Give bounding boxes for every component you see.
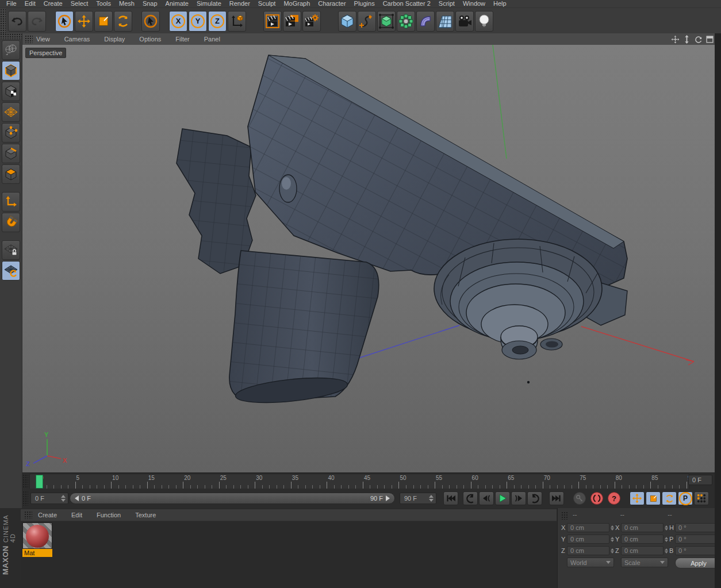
viewport-pan-icon[interactable]: [671, 35, 680, 44]
enable-axis-button[interactable]: [2, 192, 20, 212]
menubar-item[interactable]: Plugins: [350, 0, 379, 7]
render-settings-button[interactable]: [302, 11, 321, 32]
timeline-ruler[interactable]: 051015202530354045505560657075808590: [29, 474, 689, 490]
keyframe-parameter-button[interactable]: P: [678, 491, 693, 505]
move-tool-button[interactable]: [75, 11, 93, 32]
undo-button[interactable]: [8, 11, 26, 32]
previous-key-button[interactable]: [463, 491, 478, 505]
current-frame-box[interactable]: 0 F: [688, 475, 712, 485]
record-key-button[interactable]: [573, 492, 586, 505]
viewport-rotate-icon[interactable]: [694, 35, 703, 44]
workplane-mode-button[interactable]: [2, 102, 20, 122]
menubar-item[interactable]: Select: [67, 0, 93, 7]
material-preview-sphere[interactable]: [22, 522, 52, 549]
coordinates-dropdown[interactable]: Scale: [621, 558, 668, 567]
polygons-mode-button[interactable]: [2, 164, 20, 184]
viewport-menu-grip[interactable]: [25, 35, 33, 43]
coordinate-stepper-icon[interactable]: [665, 525, 668, 531]
range-right-arrow-icon[interactable]: [386, 495, 390, 501]
menubar-item[interactable]: Mesh: [115, 0, 139, 7]
apply-button[interactable]: Apply: [675, 558, 721, 568]
end-frame-field[interactable]: 90 F: [400, 493, 436, 504]
coordinate-field[interactable]: 0 cm: [621, 523, 664, 532]
coordinate-stepper-icon[interactable]: [665, 548, 668, 554]
materials-menu-item[interactable]: Texture: [135, 512, 163, 518]
preview-range-slider[interactable]: 0 F 90 F: [70, 493, 395, 504]
snap-button[interactable]: [2, 213, 20, 232]
points-mode-button[interactable]: [2, 123, 20, 143]
menubar-item[interactable]: Animate: [162, 0, 193, 7]
menubar-item[interactable]: Help: [489, 0, 511, 7]
light-button[interactable]: [475, 11, 493, 32]
edges-mode-button[interactable]: [2, 144, 20, 163]
subdivision-surface-button[interactable]: [377, 11, 396, 32]
range-left-arrow-icon[interactable]: [75, 495, 79, 501]
lock-workplane-button[interactable]: [2, 240, 20, 260]
menubar-item[interactable]: Script: [435, 0, 459, 7]
coordinate-field[interactable]: 0 cm: [621, 546, 664, 555]
add-cube-primitive-button[interactable]: [338, 11, 356, 32]
keyframe-rotation-button[interactable]: [662, 491, 677, 505]
goto-start-button[interactable]: [443, 491, 458, 505]
coordinate-field[interactable]: 0 cm: [567, 523, 609, 532]
coordinate-stepper-icon[interactable]: [611, 525, 614, 531]
viewport-canvas[interactable]: Y X Z Perspective: [22, 45, 715, 472]
viewport-menu-item[interactable]: Cameras: [64, 36, 98, 43]
menubar-item[interactable]: Character: [314, 0, 350, 7]
menubar-item[interactable]: Sculpt: [254, 0, 280, 7]
scale-tool-button[interactable]: [94, 11, 113, 32]
coordinate-field[interactable]: 0 cm: [567, 535, 609, 544]
deformer-button[interactable]: [416, 11, 435, 32]
array-modeling-button[interactable]: [397, 11, 415, 32]
transport-grip[interactable]: [22, 491, 28, 506]
redo-button[interactable]: [28, 11, 46, 32]
coordinates-grip[interactable]: [561, 512, 568, 520]
autokey-button[interactable]: [590, 492, 603, 505]
viewport-toggle-icon[interactable]: [706, 36, 714, 43]
model-mode-button[interactable]: [2, 61, 20, 80]
previous-frame-button[interactable]: [479, 491, 494, 505]
selection-tool-button[interactable]: [141, 11, 160, 32]
menubar-item[interactable]: File: [2, 0, 21, 7]
coordinates-dropdown[interactable]: World: [567, 558, 614, 567]
next-key-button[interactable]: [527, 491, 542, 505]
menubar-item[interactable]: Create: [40, 0, 67, 7]
frame-stepper-icon[interactable]: [61, 495, 66, 502]
coordinate-system-button[interactable]: [228, 11, 246, 32]
viewport-menu-item[interactable]: Panel: [204, 36, 228, 43]
menubar-item[interactable]: MoGraph: [279, 0, 314, 7]
rotate-tool-button[interactable]: [114, 11, 132, 32]
menubar-item[interactable]: Simulate: [193, 0, 225, 7]
menubar-item[interactable]: Carbon Scatter 2: [379, 0, 435, 7]
menubar-item[interactable]: Edit: [21, 0, 40, 7]
coordinate-field[interactable]: 0 °: [675, 523, 721, 532]
menubar-item[interactable]: Tools: [92, 0, 115, 7]
next-frame-button[interactable]: [511, 491, 526, 505]
texture-mode-button[interactable]: [2, 82, 20, 101]
materials-menu-item[interactable]: Create: [38, 512, 64, 518]
render-to-picture-viewer-button[interactable]: [283, 11, 301, 32]
camera-label[interactable]: Perspective: [25, 48, 66, 58]
timeline-playhead[interactable]: [36, 475, 43, 489]
materials-grip[interactable]: [24, 511, 32, 519]
coordinate-field[interactable]: 0 cm: [621, 535, 664, 544]
material-item[interactable]: Mat: [22, 522, 52, 557]
viewport-menu-item[interactable]: Display: [104, 36, 132, 43]
materials-area[interactable]: Mat: [21, 521, 557, 588]
coordinate-stepper-icon[interactable]: [611, 537, 614, 542]
coordinate-stepper-icon[interactable]: [665, 537, 668, 542]
coordinate-field[interactable]: 0 cm: [567, 546, 609, 555]
menubar-item[interactable]: Render: [225, 0, 254, 7]
goto-end-button[interactable]: [549, 491, 564, 505]
environment-floor-button[interactable]: [436, 11, 454, 32]
keyframe-scale-button[interactable]: [646, 491, 661, 505]
lock-x-axis-button[interactable]: X: [169, 11, 187, 32]
materials-menu-item[interactable]: Edit: [71, 512, 90, 518]
keyframe-pla-button[interactable]: [694, 491, 709, 505]
viewport-menu-item[interactable]: Filter: [175, 36, 197, 43]
viewport-menu-item[interactable]: View: [36, 36, 57, 43]
live-selection-button[interactable]: [55, 11, 74, 32]
viewport-zoom-icon[interactable]: [683, 35, 691, 44]
menubar-item[interactable]: Window: [459, 0, 489, 7]
current-frame-field[interactable]: 0 F: [30, 493, 68, 504]
